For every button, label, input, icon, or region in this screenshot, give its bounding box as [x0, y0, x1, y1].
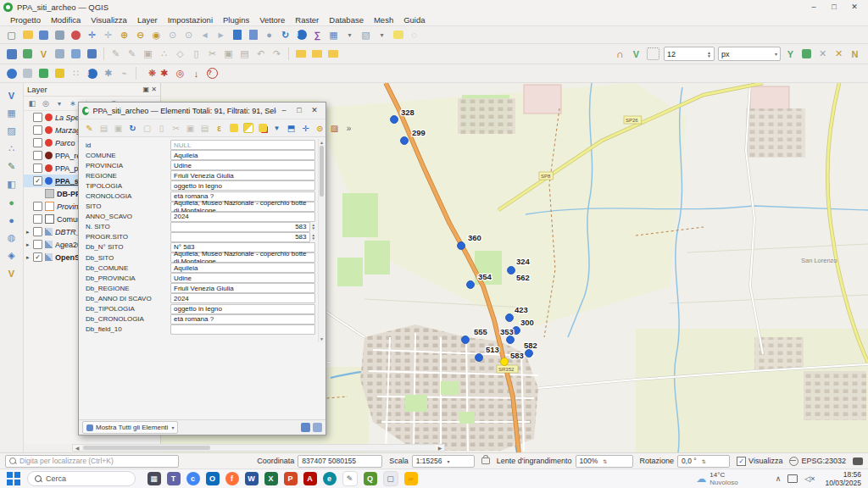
spinner-icon[interactable]: ▲▼: [312, 234, 315, 241]
add-raster-layer-icon[interactable]: ▦: [4, 106, 19, 120]
self-snapping-icon[interactable]: ✕: [832, 47, 846, 61]
move-selection-top-icon[interactable]: ⬒: [286, 122, 298, 134]
checker-icon[interactable]: [53, 66, 67, 80]
layer-checkbox[interactable]: ✓: [33, 252, 42, 262]
new-virtual-layer-icon[interactable]: [85, 47, 99, 61]
save-project-icon[interactable]: [36, 28, 51, 42]
table-view-icon[interactable]: [313, 423, 322, 432]
copy-features-icon[interactable]: ▣: [221, 47, 236, 61]
layer-checkbox[interactable]: [33, 151, 42, 160]
display-unplaced-icon[interactable]: [647, 47, 659, 60]
menu-item[interactable]: Layer: [132, 15, 163, 25]
volume-icon[interactable]: ◁×: [804, 474, 815, 483]
statistics-icon[interactable]: ∑: [310, 28, 325, 42]
field-input[interactable]: Aquileia, Museo Nazionale - coperchio bo…: [170, 252, 315, 263]
add-feature-icon[interactable]: ▢: [142, 122, 153, 134]
intersection-snap-icon[interactable]: ✕: [815, 47, 830, 61]
save-layer-edits-icon[interactable]: ▣: [141, 47, 155, 61]
selected-site-marker[interactable]: [501, 358, 509, 366]
snapping-unit-select[interactable]: px ▾: [718, 47, 781, 61]
multiedit-icon[interactable]: ▤: [98, 122, 110, 134]
field-input[interactable]: NULL: [170, 140, 315, 150]
new-geopackage-icon[interactable]: [20, 47, 35, 61]
field-input[interactable]: Aquileia: [170, 150, 315, 160]
explorer-icon[interactable]: ▰: [404, 472, 418, 485]
locator-options-icon[interactable]: ◌: [407, 28, 421, 42]
open-layer-styling-icon[interactable]: ◧: [26, 97, 38, 109]
new-project-icon[interactable]: ▢: [4, 28, 19, 42]
avoid-overlap-icon[interactable]: [799, 47, 814, 61]
toggle-editing-icon[interactable]: ✎: [125, 47, 139, 61]
tray-chevron-icon[interactable]: ∧: [776, 474, 782, 483]
menu-item[interactable]: Visualizza: [86, 15, 132, 25]
conditional-format-icon[interactable]: ▨: [329, 122, 341, 134]
pin-labels-icon[interactable]: [309, 47, 324, 61]
messages-icon[interactable]: [853, 458, 863, 465]
layer-checkbox[interactable]: [33, 164, 42, 173]
start-button[interactable]: [7, 472, 20, 485]
field-input[interactable]: 583: [170, 232, 310, 242]
firefox-icon[interactable]: f: [225, 472, 239, 485]
field-calculator-icon[interactable]: ▧: [359, 28, 373, 42]
field-input[interactable]: Udine: [170, 273, 315, 283]
minimize-button[interactable]: –: [804, 0, 824, 14]
layer-checkbox[interactable]: [33, 138, 42, 147]
select-all-icon[interactable]: [228, 122, 240, 134]
acrobat-icon[interactable]: A: [303, 472, 317, 485]
scroll-left-icon[interactable]: ◀: [73, 445, 81, 451]
menu-item[interactable]: Vettore: [254, 15, 290, 25]
add-point-cloud-icon[interactable]: ∴: [4, 141, 19, 156]
field-input[interactable]: oggetto in legno: [170, 304, 315, 314]
crs-status[interactable]: EPSG:23032: [801, 457, 846, 465]
dialog-minimize-button[interactable]: –: [276, 103, 292, 119]
menu-item[interactable]: Impostazioni: [163, 15, 218, 25]
layer-checkbox[interactable]: [33, 113, 42, 122]
horizontal-scrollbar[interactable]: ◀ ▶: [72, 444, 445, 452]
layer-checkbox[interactable]: [33, 227, 42, 236]
digitize-curve-icon[interactable]: N: [848, 47, 862, 61]
grass-tools-icon[interactable]: [20, 66, 35, 80]
rotation-input[interactable]: 0,0 °⇅: [677, 455, 730, 468]
metasearch-globe-icon[interactable]: [4, 66, 19, 80]
open-project-icon[interactable]: [20, 28, 35, 42]
pan-to-selection-icon[interactable]: ✛: [101, 28, 115, 42]
zoom-full-icon[interactable]: ◉: [149, 28, 164, 42]
tracing-icon[interactable]: V: [629, 47, 643, 61]
cut-features-icon[interactable]: ✂: [205, 47, 220, 61]
paste-features-icon[interactable]: ▤: [237, 47, 252, 61]
add-oracle-icon[interactable]: ◍: [4, 230, 19, 245]
zoom-out-icon[interactable]: ⊖: [133, 28, 147, 42]
magnifier-input[interactable]: 100%⇅: [576, 455, 633, 468]
plugin-settings-icon[interactable]: ✱: [157, 66, 171, 80]
georeferencer-icon[interactable]: [36, 66, 51, 80]
site-marker[interactable]: [508, 267, 515, 274]
field-input[interactable]: 2024: [170, 212, 315, 222]
menu-item[interactable]: Plugins: [218, 15, 254, 25]
refresh-map-icon[interactable]: ↻: [278, 28, 292, 42]
cut-icon[interactable]: ✂: [170, 122, 182, 134]
highlight-labels-icon[interactable]: [326, 47, 340, 61]
form-scrollbar[interactable]: ▲ ▼: [318, 139, 325, 342]
spinner-icon[interactable]: ▲▼: [312, 224, 315, 230]
lock-scale-icon[interactable]: [481, 458, 490, 464]
options-dropdown-icon[interactable]: ▾: [375, 28, 389, 42]
delete-selected-icon[interactable]: ▯: [189, 47, 203, 61]
paste-icon[interactable]: ▤: [199, 122, 211, 134]
weather-widget[interactable]: ☁ 14°CNuvoloso: [696, 471, 737, 486]
dialog-close-button[interactable]: ✕: [307, 103, 322, 119]
add-postgis-icon[interactable]: ●: [4, 213, 19, 227]
pen-app-icon[interactable]: ✎: [342, 471, 358, 486]
menu-item[interactable]: Database: [324, 15, 369, 25]
feature-filter-button[interactable]: Mostra Tutti gli Elementi ▾: [82, 421, 178, 434]
excel-icon[interactable]: X: [264, 472, 278, 485]
dialog-maximize-button[interactable]: □: [292, 103, 307, 119]
zoom-next-icon[interactable]: ▶: [214, 28, 228, 42]
layer-checkbox[interactable]: [33, 214, 42, 224]
save-edits-icon[interactable]: ▣: [113, 122, 125, 134]
filter-legend-icon[interactable]: ▼: [53, 97, 65, 109]
add-vector-layer-icon[interactable]: V: [4, 88, 19, 103]
show-labels-icon[interactable]: [293, 47, 308, 61]
plugin-download-icon[interactable]: ↓: [189, 66, 203, 80]
copy-icon[interactable]: ▣: [185, 122, 197, 134]
info-plugin-icon[interactable]: i: [85, 66, 99, 80]
